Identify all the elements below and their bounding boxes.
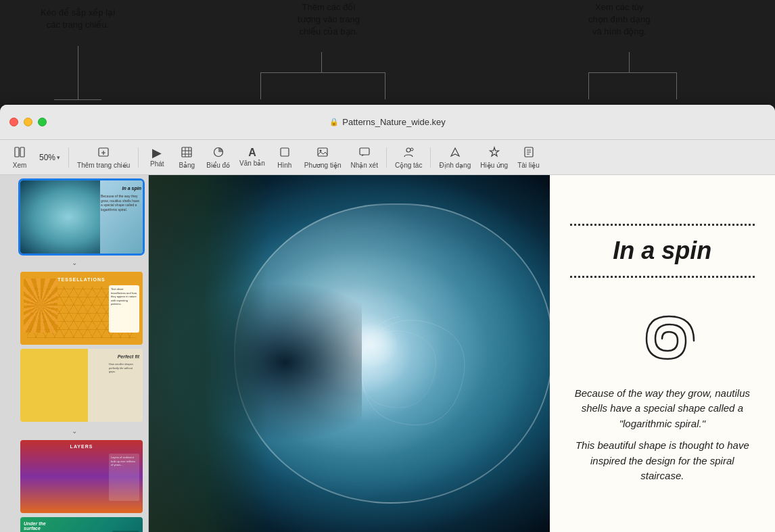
annotation-area: Kéo để sắp xếp lạicác trang chiếu. Thêm … bbox=[0, 0, 775, 105]
comment-icon bbox=[358, 146, 371, 160]
toolbar-chart-label: Biểu đồ bbox=[206, 162, 230, 169]
toolbar-add-slide-label: Thêm trang chiếu bbox=[77, 162, 130, 169]
toolbar-view[interactable]: Xem bbox=[5, 143, 34, 172]
traffic-lights bbox=[0, 118, 47, 126]
slide-thumbnail-wrapper-8: 8 Under thesurface The patterns found un… bbox=[5, 517, 143, 532]
toolbar-table-label: Bảng bbox=[179, 162, 195, 169]
zoom-chevron: ▾ bbox=[57, 154, 60, 161]
document-icon bbox=[523, 146, 535, 160]
toolbar-format-label: Định dạng bbox=[439, 162, 471, 169]
close-button[interactable] bbox=[9, 118, 18, 126]
slide-thumbnail-4[interactable]: In a spin Because of the way they grow, … bbox=[20, 180, 143, 253]
toolbar-document[interactable]: Tài liệu bbox=[513, 143, 544, 172]
add-line-v2 bbox=[260, 72, 261, 99]
media-icon bbox=[316, 146, 329, 160]
window-title: 🔒 Patterns_Nature_wide.key bbox=[329, 117, 445, 127]
shape-icon bbox=[279, 146, 291, 160]
format-line-v bbox=[629, 52, 630, 72]
slide-body-text-2: This beautiful shape is thought to have … bbox=[570, 438, 755, 484]
chart-icon bbox=[212, 146, 225, 160]
toolbar-play[interactable]: ▶ Phát bbox=[143, 144, 171, 170]
toolbar-sep-2 bbox=[138, 147, 139, 168]
toolbar-comment[interactable]: Nhận xét bbox=[347, 143, 382, 172]
group-toggle-6-7[interactable]: ⌄ bbox=[5, 426, 143, 436]
svg-rect-12 bbox=[318, 148, 327, 156]
slide-canvas[interactable]: In a spin Because of the way they grow, … bbox=[149, 175, 775, 532]
toolbar-animate-label: Hiệu ứng bbox=[480, 162, 508, 169]
slide-thumbnail-wrapper-5: 5 TESSELLATIONS Text about tessellations… bbox=[5, 272, 143, 345]
toolbar-view-label: Xem bbox=[13, 162, 27, 169]
toolbar-chart[interactable]: Biểu đồ bbox=[202, 143, 234, 172]
slide-thumbnail-7[interactable]: LAYERS Layers of sediment built up over … bbox=[20, 440, 143, 513]
toolbar-sep-3 bbox=[386, 147, 387, 168]
toolbar-zoom[interactable]: 50% ▾ bbox=[35, 151, 64, 164]
slide-thumbnail-wrapper-7: 7 LAYERS Layers of sediment built up ove… bbox=[5, 440, 143, 513]
svg-point-15 bbox=[406, 148, 410, 152]
svg-rect-5 bbox=[182, 147, 191, 157]
chevron-down-icon: ⌄ bbox=[72, 259, 77, 266]
slide-thumbnail-wrapper-4: 4 In a spin Because of the way they grow… bbox=[5, 180, 143, 253]
toolbar: Xem 50% ▾ Thêm trang chiếu ▶ Phát bbox=[0, 140, 775, 175]
svg-rect-1 bbox=[20, 147, 24, 157]
svg-point-16 bbox=[410, 148, 413, 151]
format-line-v2 bbox=[588, 72, 589, 99]
svg-rect-11 bbox=[281, 148, 289, 156]
animate-icon bbox=[488, 146, 500, 160]
maximize-button[interactable] bbox=[38, 118, 47, 126]
toolbar-table[interactable]: Bảng bbox=[172, 143, 201, 172]
main-window: 🔒 Patterns_Nature_wide.key Xem 50% ▾ bbox=[0, 105, 775, 532]
content-area: 4 In a spin Because of the way they grow… bbox=[0, 175, 775, 532]
svg-point-13 bbox=[320, 149, 322, 151]
collab-icon bbox=[402, 146, 415, 160]
toolbar-add-slide[interactable]: Thêm trang chiếu bbox=[73, 143, 134, 172]
nautilus-image bbox=[149, 175, 575, 532]
slide-thumbnail-wrapper-6: 6 Perfect fit How smaller shapes perfect… bbox=[5, 349, 143, 422]
svg-rect-0 bbox=[15, 147, 19, 157]
slide-thumbnail-6[interactable]: Perfect fit How smaller shapes perfectly… bbox=[20, 349, 143, 422]
format-icon bbox=[449, 146, 461, 160]
add-slide-icon bbox=[97, 146, 110, 160]
svg-rect-14 bbox=[360, 148, 369, 155]
drag-line-h bbox=[54, 99, 101, 100]
toolbar-collab-label: Cộng tác bbox=[395, 162, 422, 169]
slide-main-title: In a spin bbox=[613, 237, 711, 265]
drag-line bbox=[78, 46, 78, 100]
titlebar: 🔒 Patterns_Nature_wide.key bbox=[0, 105, 775, 140]
toolbar-play-label: Phát bbox=[150, 160, 164, 168]
add-annotation: Thêm các đốitượng vào trangchiếu của bạn… bbox=[298, 1, 360, 39]
toolbar-text-label: Văn bản bbox=[239, 160, 265, 167]
chevron-down-icon-2: ⌄ bbox=[72, 427, 77, 435]
toolbar-comment-label: Nhận xét bbox=[351, 162, 378, 169]
toolbar-document-label: Tài liệu bbox=[517, 162, 540, 169]
toolbar-shape[interactable]: Hình bbox=[271, 143, 299, 172]
toolbar-media[interactable]: Phương tiện bbox=[300, 143, 346, 172]
toolbar-shape-label: Hình bbox=[277, 162, 291, 169]
group-toggle-4-5[interactable]: ⌄ bbox=[5, 258, 143, 268]
zoom-value: 50% bbox=[39, 153, 55, 162]
text-icon: A bbox=[248, 147, 256, 158]
view-icon bbox=[14, 146, 26, 160]
minimize-button[interactable] bbox=[24, 118, 32, 126]
slide-thumbnail-5[interactable]: TESSELLATIONS Text about tessellations a… bbox=[20, 272, 143, 345]
table-icon bbox=[181, 146, 193, 160]
slide-right-panel: In a spin Because of the way they grow, … bbox=[550, 175, 775, 532]
play-icon: ▶ bbox=[152, 147, 162, 159]
format-line-v3 bbox=[676, 72, 677, 99]
format-annotation: Xem các tùychọn định dạngvà hình động. bbox=[588, 1, 651, 39]
add-line-v bbox=[321, 52, 322, 72]
toolbar-collab[interactable]: Cộng tác bbox=[391, 143, 426, 172]
add-line-v3 bbox=[385, 72, 385, 99]
toolbar-format[interactable]: Định dạng bbox=[435, 143, 475, 172]
lock-icon: 🔒 bbox=[329, 118, 339, 126]
spiral-graphic bbox=[621, 298, 703, 379]
slide-panel[interactable]: 4 In a spin Because of the way they grow… bbox=[0, 175, 149, 532]
dotted-separator-bottom bbox=[570, 276, 755, 278]
toolbar-sep-1 bbox=[68, 147, 69, 168]
toolbar-media-label: Phương tiện bbox=[304, 162, 342, 169]
slide-thumbnail-8[interactable]: Under thesurface The patterns found unde… bbox=[20, 517, 143, 532]
dotted-separator-top bbox=[570, 224, 755, 226]
slide-body-text-1: Because of the way they grow, nautilus s… bbox=[570, 386, 755, 432]
toolbar-animate[interactable]: Hiệu ứng bbox=[476, 143, 512, 172]
drag-annotation: Kéo để sắp xếp lạicác trang chiếu. bbox=[41, 7, 115, 31]
toolbar-text[interactable]: A Văn bản bbox=[235, 145, 269, 170]
